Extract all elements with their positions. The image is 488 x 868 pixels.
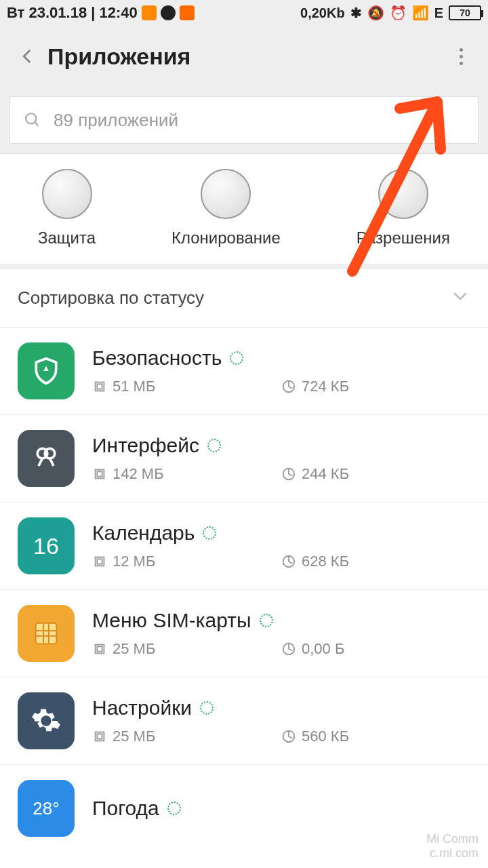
page-title: Приложения — [47, 43, 190, 70]
app-icon: 16 — [18, 517, 75, 574]
status-datetime: Вт 23.01.18 | 12:40 — [7, 4, 138, 22]
running-badge-icon — [167, 802, 181, 815]
app-name: Меню SIM-карты — [92, 609, 251, 632]
data-icon — [281, 379, 296, 394]
app-row-calendar[interactable]: 16 Календарь 12 МБ 628 КБ — [0, 502, 488, 590]
app-icon — [18, 692, 75, 749]
sort-dropdown[interactable]: Сортировка по статусу — [0, 269, 488, 328]
app-row-weather[interactable]: 28° Погода — [0, 765, 488, 841]
app-data: 628 КБ — [302, 553, 349, 570]
app-list: Безопасность 51 МБ 724 КБ Интерфейс — [0, 328, 488, 841]
app-header: Приложения — [0, 26, 488, 87]
data-icon — [281, 729, 296, 744]
circle-icon — [42, 169, 92, 219]
action-protection[interactable]: Защита — [38, 169, 96, 248]
action-label: Защита — [38, 229, 96, 248]
storage-icon — [92, 729, 107, 744]
app-storage: 25 МБ — [113, 640, 155, 658]
notif-icon-3 — [180, 5, 195, 20]
action-permissions[interactable]: Разрешения — [357, 169, 450, 248]
search-placeholder: 89 приложений — [54, 110, 178, 131]
signal-icon: 📶 — [412, 5, 429, 21]
overflow-menu-button[interactable] — [447, 43, 474, 70]
sort-label: Сортировка по статусу — [18, 288, 204, 309]
app-name: Безопасность — [92, 347, 222, 370]
storage-icon — [92, 554, 107, 569]
running-badge-icon — [203, 526, 216, 540]
data-icon — [281, 554, 296, 569]
svg-rect-11 — [97, 559, 102, 564]
app-storage: 142 МБ — [113, 465, 164, 483]
app-data: 0,00 Б — [302, 640, 344, 658]
battery-icon: 70 — [449, 5, 481, 20]
search-container: 89 приложений — [0, 87, 488, 154]
app-storage: 51 МБ — [113, 378, 155, 395]
svg-line-1 — [35, 122, 38, 125]
action-label: Разрешения — [357, 229, 450, 248]
svg-point-0 — [26, 113, 36, 123]
action-label: Клонирование — [171, 229, 281, 248]
status-left: Вт 23.01.18 | 12:40 — [7, 4, 195, 22]
app-name: Календарь — [92, 521, 195, 545]
watermark-line1: Mi Comm — [426, 832, 479, 847]
circle-icon — [378, 169, 428, 219]
app-storage: 25 МБ — [113, 728, 155, 745]
bluetooth-icon: ✱ — [350, 5, 362, 21]
svg-rect-22 — [97, 734, 102, 738]
alarm-icon: ⏰ — [390, 5, 407, 21]
app-icon — [18, 605, 75, 662]
app-row-interface[interactable]: Интерфейс 142 МБ 244 КБ — [0, 415, 488, 502]
app-data: 244 КБ — [302, 465, 349, 483]
app-icon — [18, 430, 75, 487]
status-bar: Вт 23.01.18 | 12:40 0,20Kb ✱ 🔕 ⏰ 📶 E 70 — [0, 0, 488, 26]
notif-icon-2 — [161, 5, 176, 20]
back-button[interactable] — [14, 43, 41, 70]
circle-icon — [201, 169, 251, 219]
svg-rect-8 — [97, 471, 102, 476]
app-row-settings[interactable]: Настройки 25 МБ 560 КБ — [0, 677, 488, 765]
notif-icon-1 — [142, 5, 157, 20]
running-badge-icon — [200, 701, 214, 715]
chevron-down-icon — [450, 285, 470, 311]
running-badge-icon — [230, 351, 243, 365]
storage-icon — [92, 467, 107, 481]
app-name: Настройки — [92, 696, 192, 719]
data-icon — [281, 642, 296, 656]
app-icon: 28° — [18, 780, 75, 837]
search-input[interactable]: 89 приложений — [9, 96, 479, 144]
running-badge-icon — [207, 439, 221, 452]
svg-rect-13 — [36, 623, 57, 644]
action-cloning[interactable]: Клонирование — [171, 169, 281, 248]
app-row-security[interactable]: Безопасность 51 МБ 724 КБ — [0, 328, 488, 415]
app-row-sim[interactable]: Меню SIM-карты 25 МБ 0,00 Б — [0, 590, 488, 677]
watermark-line2: c.mi.com — [426, 846, 479, 861]
data-icon — [281, 467, 296, 481]
app-name: Интерфейс — [92, 434, 199, 457]
search-icon — [24, 111, 41, 129]
app-icon — [18, 342, 75, 399]
storage-icon — [92, 379, 107, 394]
svg-rect-3 — [97, 384, 102, 389]
svg-rect-19 — [97, 646, 102, 651]
storage-icon — [92, 642, 107, 656]
app-data: 560 КБ — [302, 728, 349, 745]
watermark: Mi Comm c.mi.com — [426, 832, 479, 861]
running-badge-icon — [260, 614, 273, 627]
status-right: 0,20Kb ✱ 🔕 ⏰ 📶 E 70 — [300, 5, 481, 21]
top-actions: Защита Клонирование Разрешения — [0, 154, 488, 269]
app-storage: 12 МБ — [113, 553, 155, 570]
app-name: Погода — [92, 797, 159, 820]
dnd-icon: 🔕 — [367, 5, 384, 21]
network-type: E — [434, 5, 443, 21]
status-data: 0,20Kb — [300, 5, 345, 21]
app-data: 724 КБ — [302, 378, 349, 395]
